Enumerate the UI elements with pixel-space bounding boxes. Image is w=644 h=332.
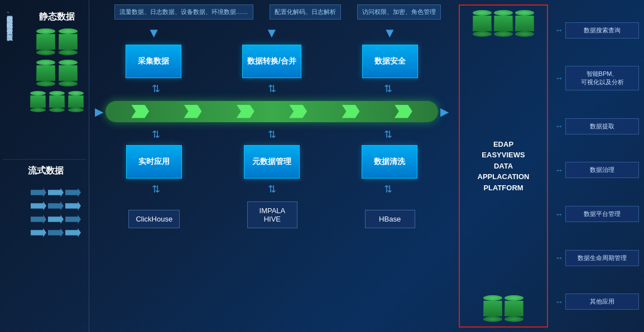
bi-arrow-4: ⇅ [152,128,160,141]
feature-box-6: 数据生命周期管理 [565,250,639,266]
arrow-6 [65,201,81,210]
chevron-4 [289,105,307,118]
bi-arrow-9: ⇅ [384,183,392,195]
pipeline-row: ▶ ▶ [95,101,449,122]
feature-arrow-6: ↔ [555,253,563,262]
cyl-body [59,34,78,50]
cyl-top [515,10,534,16]
feature-item-2: ↔ 智能BPM、 可视化以及分析 [555,66,639,90]
stream-label: 流式数据 [28,165,64,177]
edap-cylinder-3 [515,10,534,37]
bi-arrows-bottom: ⇅ ⇅ ⇅ [95,128,449,141]
feature-arrow-2: ↔ [555,74,563,83]
bi-arrows-db: ⇅ ⇅ ⇅ [95,183,449,195]
process-box-clean: 数据清洗 [362,145,417,179]
edap-cylinder-5 [504,295,523,322]
cylinder-3 [36,60,55,86]
left-panel: 基础资源监控数据、配置管理数据、硬件资产数据、环境监控数据…… 静态数据 [0,0,89,332]
feature-arrow-7: ↔ [555,297,563,306]
down-arrow-3: ▼ [331,25,449,41]
db-clickhouse: ClickHouse [128,210,180,228]
cyl-top [68,91,84,95]
cyl-bottom [36,50,55,55]
arrow-7 [31,215,46,224]
arrow-10 [31,228,46,237]
chevron-6 [395,105,412,118]
process-box-security: 数据安全 [362,45,418,78]
feature-item-5: ↔ 数据平台管理 [555,206,639,222]
edap-label: EDAP EASYVIEWS DATA APPLACATION PLATFORM [478,139,530,194]
cylinder-1 [36,28,55,55]
arrow-row-3 [31,215,81,224]
pipeline-arrow-in: ▶ [95,105,103,118]
cyl-bottom [59,50,78,55]
cylinder-7 [68,91,84,112]
chevron-5 [342,105,359,118]
cyl-top [504,295,523,301]
cyl-bottom [68,108,84,112]
feature-box-1: 数据搜索查询 [565,22,639,39]
cyl-bottom [59,81,78,86]
arrow-12 [65,228,81,237]
arrow-11 [48,228,64,237]
db-boxes-row: ClickHouse IMPALA HIVE HBase [95,201,449,228]
stream-vertical-text: 网络流量数据、实时交易数据、日志数据、…… [3,11,14,42]
down-arrows-row: ▼ ▼ ▼ [95,25,449,41]
arrow-row-4 [31,228,81,237]
cylinders-group-mid [36,60,78,86]
cyl-bottom [473,31,492,37]
bi-arrow-6: ⇅ [384,128,392,141]
cyl-bottom [515,31,534,37]
cyl-bottom [36,81,55,86]
feature-box-2: 智能BPM、 可视化以及分析 [565,66,639,90]
pipeline-band [105,101,438,122]
stream-section: 网络流量数据、实时交易数据、日志数据、…… 流式数据 [3,160,86,326]
cyl-body [59,65,78,81]
feature-arrow-4: ↔ [555,166,563,175]
edap-cylinder-2 [494,10,513,37]
process-box-realtime: 实时应用 [126,145,182,179]
cyl-top [473,10,492,16]
bi-arrow-5: ⇅ [268,128,276,141]
cylinder-5 [30,91,46,112]
stream-arrows-container [31,188,81,237]
pipeline-arrow-out: ▶ [440,105,449,118]
cyl-body [36,65,55,81]
edap-cylinder-1 [473,10,492,37]
cyl-bottom [504,316,523,322]
edap-cylinder-4 [483,295,502,322]
feature-arrow-3: ↔ [555,122,563,131]
cyl-top [59,28,78,34]
cyl-body [49,95,65,108]
cyl-top [30,91,46,95]
arrow-4 [31,201,46,210]
middle-panel: 流量数据、日志数据、设备数据、环境数据…… 配置化解码、日志解析 访问权限、加密… [89,0,454,332]
feature-box-5: 数据平台管理 [565,206,639,222]
feature-item-6: ↔ 数据生命周期管理 [555,250,639,266]
cylinders-group-bot [30,91,84,112]
chevron-2 [184,105,201,118]
cyl-top [494,10,513,16]
process-box-collect: 采集数据 [126,45,181,78]
db-hbase: HBase [365,210,415,228]
feature-item-3: ↔ 数据提取 [555,118,639,134]
cyl-body [473,16,492,31]
cyl-body [30,95,46,108]
cyl-body [36,34,55,50]
arrow-3 [65,188,81,197]
cyl-body [483,301,502,316]
arrow-1 [31,188,46,197]
top-label-3: 访问权限、加密、角色管理 [357,4,441,20]
cyl-bottom [49,108,65,112]
process-box-metadata: 元数据管理 [244,145,300,179]
top-label-1: 流量数据、日志数据、设备数据、环境数据…… [114,4,253,20]
cylinders-group-top [36,28,78,55]
feature-box-4: 数据治理 [565,162,639,178]
chevron-3 [237,105,254,118]
cyl-top [49,91,65,95]
down-arrow-1: ▼ [95,25,213,41]
cylinders-row2 [25,60,78,86]
cyl-body [494,16,513,31]
cyl-top [483,295,502,301]
static-label: 静态数据 [39,11,75,23]
